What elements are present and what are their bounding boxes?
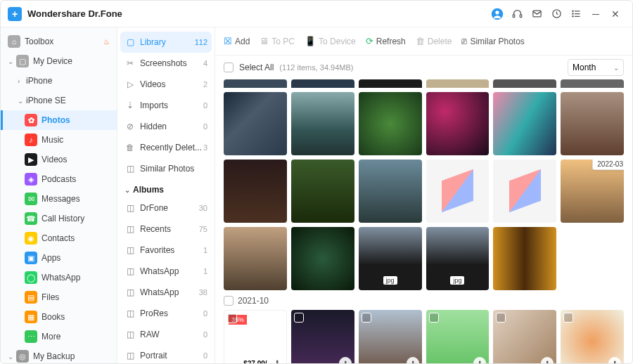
download-icon[interactable]: ⬇ <box>339 357 352 363</box>
headset-icon[interactable] <box>507 4 527 24</box>
sidebar-item-files[interactable]: ▤Files <box>1 287 117 307</box>
thumb-checkbox[interactable] <box>362 313 371 323</box>
photo-thumb[interactable]: ⬇ <box>561 310 624 363</box>
jpg-badge: jpg <box>383 276 397 285</box>
photo-thumb[interactable] <box>291 79 354 88</box>
photo-thumb[interactable]: ⬇ <box>493 310 556 363</box>
similar-photos-button[interactable]: ⎚Similar Photos <box>461 36 524 46</box>
photo-thumb[interactable] <box>561 79 624 88</box>
photo-thumb[interactable]: ⬇ <box>359 310 422 363</box>
thumb-checkbox[interactable] <box>294 313 304 323</box>
photo-thumb[interactable] <box>224 160 287 223</box>
photo-thumb[interactable]: ⬇ <box>291 310 354 363</box>
category-recently-delet-[interactable]: 🗑Recently Delet...3 <box>117 137 215 158</box>
sidebar-my-device[interactable]: ⌄ ▢ My Device <box>1 51 117 71</box>
album-whatsapp[interactable]: ◫WhatsApp1 <box>117 261 215 282</box>
category-similar-photos[interactable]: ◫Similar Photos <box>117 158 215 179</box>
close-button[interactable]: ✕ <box>606 4 625 24</box>
toolbar: ☒Add 🖥To PC 📱To Device ⟳Refresh 🗑Delete … <box>215 27 632 56</box>
refresh-button[interactable]: ⟳Refresh <box>366 36 406 46</box>
chevron-down-icon: ⌄ <box>8 353 15 360</box>
photo-thumb[interactable] <box>224 227 287 290</box>
download-icon[interactable]: ⬇ <box>541 357 554 363</box>
photo-thumb[interactable] <box>426 79 490 88</box>
add-button[interactable]: ☒Add <box>224 36 250 46</box>
history-icon[interactable] <box>546 4 566 24</box>
download-icon[interactable]: ⬇ <box>407 357 419 363</box>
group-select[interactable]: Month⌄ <box>568 59 624 76</box>
minimize-button[interactable]: ─ <box>586 4 606 24</box>
photo-thumb[interactable] <box>359 160 422 223</box>
photo-thumb[interactable] <box>359 92 422 155</box>
photo-thumb[interactable]: jpg <box>359 227 422 290</box>
photo-thumb[interactable] <box>291 160 354 223</box>
sidebar-item-apps[interactable]: ▣Apps <box>1 248 117 268</box>
photo-thumb[interactable] <box>224 92 287 155</box>
sidebar-item-contacts[interactable]: ◉Contacts <box>1 228 117 248</box>
select-all-checkbox[interactable] <box>224 63 234 72</box>
sidebar-item-books[interactable]: ▦Books <box>1 307 117 327</box>
category-library[interactable]: ▢Library112 <box>120 32 212 53</box>
album-icon: ◫ <box>124 245 136 255</box>
thumb-checkbox[interactable] <box>496 313 506 323</box>
sidebar-item-whatsapp[interactable]: ◯WhatsApp <box>1 268 117 287</box>
account-icon[interactable] <box>487 4 507 24</box>
app-icon: ✉ <box>25 193 37 205</box>
category-screenshots[interactable]: ✂Screenshots4 <box>117 53 215 74</box>
photo-thumb[interactable] <box>291 227 354 290</box>
mail-icon[interactable] <box>527 4 546 24</box>
cube-icon <box>509 175 541 207</box>
album-prores[interactable]: ◫ProRes0 <box>117 303 215 324</box>
category-videos[interactable]: ▷Videos2 <box>117 74 215 95</box>
photo-grid[interactable]: 2022-03 jpg jpg 2021-10 35% $27.99/ ⬇ <box>215 79 632 363</box>
category-hidden[interactable]: ⊘Hidden0 <box>117 116 215 137</box>
album-whatsapp[interactable]: ◫WhatsApp38 <box>117 282 215 303</box>
delete-button[interactable]: 🗑Delete <box>416 36 452 46</box>
photo-thumb[interactable] <box>224 79 287 88</box>
sidebar-device-iphone-se[interactable]: ⌄ iPhone SE <box>1 91 117 110</box>
photo-thumb[interactable] <box>493 79 556 88</box>
photo-thumb[interactable]: 2022-03 <box>561 160 624 223</box>
photo-thumb[interactable] <box>426 160 490 223</box>
app-icon: ▦ <box>25 311 37 323</box>
photo-thumb[interactable]: 35% $27.99/ ⬇ <box>224 310 287 363</box>
list-icon[interactable] <box>566 4 586 24</box>
download-icon[interactable]: ⬇ <box>271 356 283 363</box>
thumb-checkbox[interactable] <box>429 313 439 323</box>
app-icon: ⋯ <box>25 330 37 343</box>
album-raw[interactable]: ◫RAW0 <box>117 324 215 345</box>
album-recents[interactable]: ◫Recents75 <box>117 219 215 240</box>
photo-thumb[interactable] <box>493 227 556 290</box>
sidebar-item-call-history[interactable]: ☎Call History <box>1 209 117 228</box>
photo-thumb[interactable] <box>359 79 422 88</box>
album-favorites[interactable]: ◫Favorites1 <box>117 240 215 261</box>
chevron-down-icon: ⌄ <box>18 97 25 105</box>
download-icon[interactable]: ⬇ <box>473 357 486 363</box>
sidebar-item-music[interactable]: ♪Music <box>1 130 117 150</box>
sidebar-item-photos[interactable]: ✿Photos <box>1 110 117 130</box>
to-device-button[interactable]: 📱To Device <box>305 36 356 46</box>
albums-header[interactable]: ⌄Albums <box>117 179 215 197</box>
album-portrait[interactable]: ◫Portrait0 <box>117 345 215 363</box>
category-imports[interactable]: ⇣Imports0 <box>117 95 215 116</box>
sidebar-my-backup[interactable]: ⌄ ◎ My Backup <box>1 346 117 363</box>
photo-thumb[interactable] <box>561 92 624 155</box>
to-pc-button[interactable]: 🖥To PC <box>260 36 295 46</box>
sidebar-item-more[interactable]: ⋯More <box>1 327 117 346</box>
thumb-checkbox[interactable] <box>227 313 237 323</box>
photo-thumb[interactable] <box>291 92 354 155</box>
download-icon[interactable]: ⬇ <box>608 357 621 363</box>
sidebar-toolbox[interactable]: ⌂ Toolbox ♨ <box>1 32 117 51</box>
photo-thumb[interactable] <box>426 92 490 155</box>
photo-thumb[interactable]: jpg <box>426 227 490 290</box>
sidebar-item-podcasts[interactable]: ◈Podcasts <box>1 169 117 189</box>
sidebar-item-messages[interactable]: ✉Messages <box>1 189 117 209</box>
photo-thumb[interactable] <box>493 160 556 223</box>
sidebar-item-videos[interactable]: ▶Videos <box>1 150 117 169</box>
thumb-checkbox[interactable] <box>563 313 573 323</box>
photo-thumb[interactable]: ⬇ <box>426 310 490 363</box>
album-drfone[interactable]: ◫DrFone30 <box>117 197 215 219</box>
section-checkbox[interactable] <box>224 296 234 306</box>
photo-thumb[interactable] <box>493 92 556 155</box>
sidebar-device-iphone[interactable]: › iPhone <box>1 71 117 91</box>
